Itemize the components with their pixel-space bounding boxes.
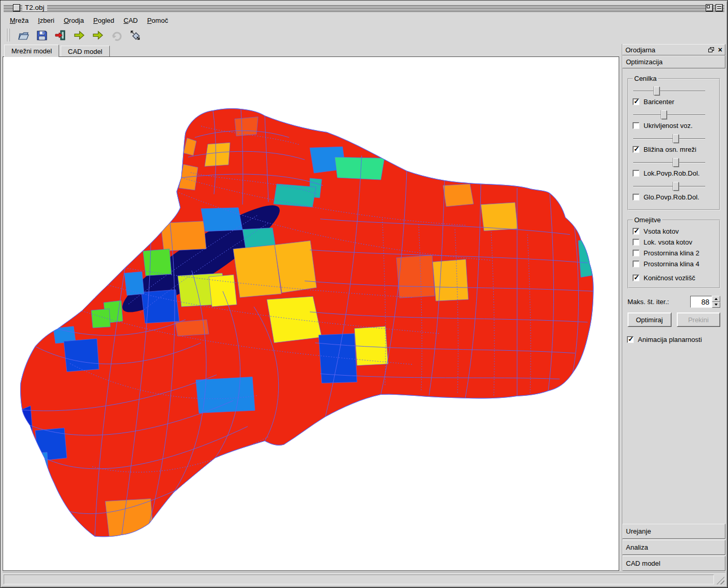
check-icon: ✓ [634,274,639,281]
toolbar-handle[interactable] [6,28,10,41]
tab-cad-model[interactable]: CAD model [61,46,109,56]
optimize-button[interactable]: Optimiraj [627,312,672,327]
exit-door-icon[interactable] [53,28,67,42]
save-floppy-icon[interactable] [35,28,49,42]
checkbox-glo-povp-rob-dol[interactable] [633,194,639,200]
titlebar-stripes [4,4,724,12]
checkbox-label: Vsota kotov [644,227,679,235]
redo-gray-icon[interactable] [109,28,123,42]
green-arrow-icon-2[interactable] [91,28,105,42]
triangle-down-icon [715,304,718,306]
slider-handle[interactable] [673,134,679,143]
slider-groove [633,186,705,187]
max-iterations-label: Maks. št. iter.: [627,298,690,306]
green-arrow-icon[interactable] [72,28,86,42]
menu-izberi[interactable]: Izberi [33,16,59,25]
rotate-view-icon[interactable] [128,28,142,42]
max-iterations-row: Maks. št. iter.: 88 [627,296,720,308]
toolbox-section-optimizacija[interactable]: Optimizacija [622,55,725,68]
dock-close-icon[interactable]: × [718,47,722,53]
group-cenilka: Cenilka ✓BaricenterUkrivljenost voz.✓Bli… [627,75,720,210]
checkbox-baricenter[interactable]: ✓ [633,98,639,105]
weight-slider-lok-povp-rob-dol[interactable] [633,158,715,167]
check-icon: ✓ [634,145,639,153]
status-message-area [4,575,714,584]
checkbox-label: Baricenter [644,98,674,106]
group-cenilka-title: Cenilka [633,75,658,82]
checkbox-koni-nost-vozli[interactable]: ✓ [633,275,639,281]
slider-handle[interactable] [661,110,667,119]
menu-orodja[interactable]: Orodja [59,16,89,25]
stop-button: Prekini [677,312,721,327]
title-bar[interactable]: T2.obj [3,3,725,13]
weight-slider-baricenter[interactable] [633,87,715,96]
tab-mre-ni-model[interactable]: Mrežni model [4,45,59,57]
app-window: T2.obj MrežaIzberiOrodjaPogledCADPomoč M… [0,0,728,588]
weight-slider-ukrivljenost-voz[interactable] [633,110,715,120]
checkbox-vsota-kotov[interactable]: ✓ [633,228,639,235]
check-icon: ✓ [634,227,639,235]
checkbox-row-koni-nost-vozli: ✓Koničnost vozlišč [633,273,715,283]
toolbox-section-urejanje[interactable]: Urejanje [622,524,725,539]
checkbox-row-prostornina-klina-4: Prostornina klina 4 [633,259,715,269]
status-bar [3,572,725,585]
weight-slider-bli-ina-osn-mre-i[interactable] [633,134,715,144]
checkbox-row-glo-povp-rob-dol: Glo.Povp.Rob.Dol. [633,192,715,202]
window-shade-button[interactable] [716,4,723,11]
menu-pogled[interactable]: Pogled [89,16,119,25]
slider-groove [633,114,705,116]
spin-down-button[interactable] [712,302,720,308]
slider-handle[interactable] [673,158,679,167]
action-buttons: Optimiraj Prekini [627,312,720,327]
menu-mre-a[interactable]: Mreža [5,16,33,25]
menu-pomo[interactable]: Pomoč [142,16,173,25]
slider-handle[interactable] [673,182,679,191]
toolbox-bottom: UrejanjeAnalizaCAD model [622,523,725,571]
checkbox-row-bli-ina-osn-mre-i: ✓Bližina osn. mreži [633,145,715,154]
check-icon: ✓ [628,335,634,343]
checkbox-bli-ina-osn-mre-i[interactable]: ✓ [633,146,639,153]
checkbox-prostornina-klina-4[interactable] [633,261,639,267]
menu-bar: MrežaIzberiOrodjaPogledCADPomoč [3,15,725,26]
folder-open-icon[interactable] [16,28,30,42]
toolbox-section-analiza[interactable]: Analiza [622,540,725,555]
menu-cad[interactable]: CAD [119,16,142,25]
resize-grip[interactable] [717,577,724,584]
toolbox-section-cad-model[interactable]: CAD model [622,556,725,571]
dock-title-bar[interactable]: Orodjarna × [622,44,725,55]
mesh-render [3,57,619,570]
checkbox-label: Prostornina klina 2 [644,249,700,257]
checkbox-label: Koničnost vozlišč [644,274,695,282]
checkbox-animacija-planarnosti[interactable]: ✓ [627,336,634,343]
checkbox-label: Animacija planarnosti [638,336,702,343]
checkbox-label: Glo.Povp.Rob.Dol. [644,193,700,201]
work-area: Mrežni modelCAD model Orodjarna × Optimi… [3,44,725,571]
checkbox-label: Lok. vsota kotov [644,238,692,246]
slider-groove [633,162,705,163]
triangle-up-icon [715,298,718,300]
checkbox-ukrivljenost-voz[interactable] [633,122,639,129]
tool-dock: Orodjarna × Optimizacija Cenilka ✓Barice… [622,44,725,571]
slider-handle[interactable] [654,87,660,95]
max-iterations-spinbox[interactable]: 88 [690,296,720,308]
viewport-3d[interactable] [3,56,619,571]
optimization-panel: Cenilka ✓BaricenterUkrivljenost voz.✓Bli… [622,68,725,523]
checkbox-row-lok-vsota-kotov: Lok. vsota kotov [633,237,715,247]
check-icon: ✓ [634,97,639,105]
checkbox-row-vsota-kotov: ✓Vsota kotov [633,226,715,236]
checkbox-row-animacija-planarnosti: ✓Animacija planarnosti [627,335,721,345]
window-maximize-button[interactable] [706,4,713,11]
window-menu-box[interactable] [13,4,20,11]
checkbox-lok-vsota-kotov[interactable] [633,239,639,246]
toolbar [3,26,725,44]
checkbox-label: Lok.Povp.Rob.Dol. [644,169,700,177]
spin-up-button[interactable] [712,296,720,302]
checkbox-prostornina-klina-2[interactable] [633,250,639,256]
tab-bar: Mrežni modelCAD model [3,44,619,56]
checkbox-row-baricenter: ✓Baricenter [633,97,715,107]
dock-float-icon[interactable] [708,47,715,53]
weight-slider-glo-povp-rob-dol[interactable] [633,182,715,191]
dock-title: Orodjarna [625,46,655,54]
max-iterations-value[interactable]: 88 [690,296,712,308]
checkbox-lok-povp-rob-dol[interactable] [633,170,639,177]
